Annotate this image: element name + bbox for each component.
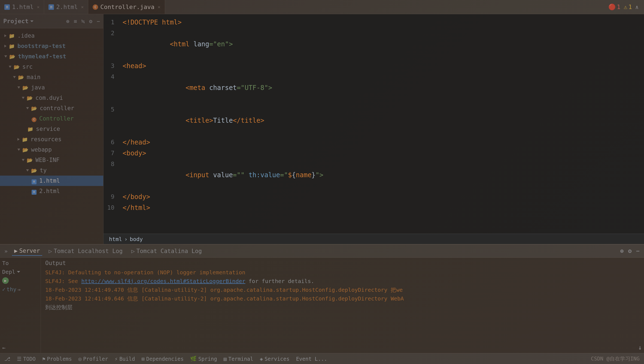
ide-container: H 1.html ✕ H 2.html ✕ C Controller.java … — [0, 0, 644, 364]
code-line-10: 10 </html> — [104, 202, 644, 213]
code-line-8: 8 <input value="" th:value="${name}"> — [104, 159, 644, 191]
attr-lang: lang — [193, 40, 209, 48]
line-content-1: <!DOCTYPE html> — [120, 17, 644, 28]
thymeleaf-expr-brace-close: } — [312, 171, 315, 179]
line-content-5: <title>Title</title> — [120, 104, 644, 137]
editor-area: 1 <!DOCTYPE html> 2 <html lang="en"> 3 <… — [104, 14, 644, 244]
line-content-4: <meta charset="UTF-8"> — [120, 71, 644, 104]
line-num-4: 4 — [104, 71, 120, 82]
attr-value: value — [213, 171, 233, 179]
code-line-9: 9 </body> — [104, 191, 644, 202]
tag-title-open: <title> — [170, 117, 213, 124]
attr-lang-val: ="en"> — [209, 40, 233, 48]
breadcrumb-sep: › — [124, 236, 127, 242]
line-num-9: 9 — [104, 191, 120, 202]
line-content-8: <input value="" th:value="${name}"> — [120, 159, 644, 191]
line-num-6: 6 — [104, 137, 120, 148]
line-num-1: 1 — [104, 17, 120, 28]
code-line-1: 1 <!DOCTYPE html> — [104, 17, 644, 28]
attr-th-val-end: "> — [315, 171, 323, 179]
code-line-6: 6 </head> — [104, 137, 644, 148]
line-content-6: </head> — [120, 137, 644, 148]
attr-th-val-eq: =" — [280, 171, 288, 179]
title-text: Title — [213, 117, 233, 124]
code-line-5: 5 <title>Title</title> — [104, 104, 644, 137]
code-line-2: 2 <html lang="en"> — [104, 28, 644, 61]
line-num-3: 3 — [104, 61, 120, 71]
breadcrumb-body[interactable]: body — [130, 236, 143, 242]
thymeleaf-expr-var: name — [296, 171, 312, 179]
code-line-7: 7 <body> — [104, 148, 644, 159]
indent-8 — [170, 171, 186, 179]
attr-th-value: th:value — [248, 171, 280, 179]
line-num-10: 10 — [104, 202, 120, 213]
space-8 — [245, 171, 248, 179]
tag-meta: <meta — [170, 84, 209, 92]
tag-title-close: </title> — [233, 117, 265, 124]
breadcrumb: html › body — [104, 234, 644, 244]
line-num-7: 7 — [104, 148, 120, 159]
line-content-9: </body> — [120, 191, 644, 202]
line-num-5: 5 — [104, 104, 120, 115]
breadcrumb-html[interactable]: html — [109, 236, 122, 242]
line-num-8: 8 — [104, 159, 120, 170]
line-num-2: 2 — [104, 28, 120, 39]
thymeleaf-expr-dollar: $ — [288, 171, 292, 179]
line-content-10: </html> — [120, 202, 644, 213]
thymeleaf-expr-brace-open: { — [292, 171, 296, 179]
code-line-4: 4 <meta charset="UTF-8"> — [104, 71, 644, 104]
code-editor[interactable]: 1 <!DOCTYPE html> 2 <html lang="en"> 3 <… — [104, 14, 644, 234]
line-content-7: <body> — [120, 148, 644, 159]
tag-input: <input — [186, 171, 213, 179]
attr-charset: charset — [209, 84, 237, 92]
line-content-3: <head> — [120, 61, 644, 71]
tag-html: <html — [170, 40, 193, 48]
attr-value-val: ="" — [233, 171, 245, 179]
code-line-3: 3 <head> — [104, 61, 644, 71]
attr-charset-val: ="UTF-8"> — [237, 84, 272, 92]
line-content-2: <html lang="en"> — [120, 28, 644, 61]
